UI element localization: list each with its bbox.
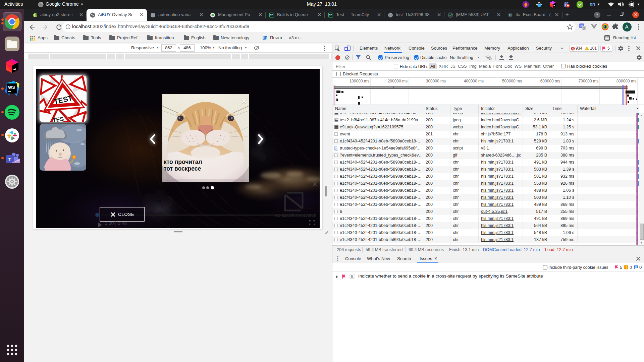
svg-text:文: 文 xyxy=(583,27,586,30)
svg-text:кто прочитал: кто прочитал xyxy=(164,159,202,165)
svg-text:тот воскресе: тот воскресе xyxy=(164,165,201,172)
svg-text:TC: TC xyxy=(270,14,273,16)
svg-text:T: T xyxy=(8,157,11,162)
svg-text:TC: TC xyxy=(329,14,332,16)
svg-text:WS: WS xyxy=(8,85,15,90)
